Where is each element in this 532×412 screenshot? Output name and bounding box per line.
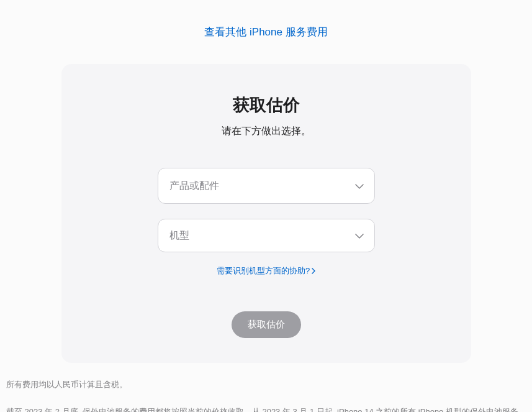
- identify-model-help-link[interactable]: 需要识别机型方面的协助?: [217, 265, 315, 277]
- footer-notes: 所有费用均以人民币计算且含税。 截至 2023 年 2 月底, 保外电池服务的费…: [6, 378, 526, 412]
- model-select[interactable]: 机型: [158, 219, 375, 252]
- help-link-text: 需要识别机型方面的协助?: [217, 265, 310, 277]
- footer-line2: 截至 2023 年 2 月底, 保外电池服务的费用都将按照当前的价格收取。从 2…: [6, 405, 526, 412]
- product-select-wrap: 产品或配件: [158, 168, 375, 204]
- card-title: 获取估价: [86, 94, 446, 116]
- other-services-link[interactable]: 查看其他 iPhone 服务费用: [6, 25, 526, 39]
- estimate-card: 获取估价 请在下方做出选择。 产品或配件 机型 需要识别机型方面的协助? 获取估…: [61, 64, 471, 363]
- card-subtitle: 请在下方做出选择。: [86, 125, 446, 138]
- product-select[interactable]: 产品或配件: [158, 168, 375, 204]
- footer-line2-prefix: 截至 2023 年 2 月底, 保外电池服务的费用都将按照当前的价格收取。从 2…: [6, 407, 518, 412]
- footer-line1: 所有费用均以人民币计算且含税。: [6, 378, 526, 391]
- get-estimate-button[interactable]: 获取估价: [232, 311, 301, 338]
- model-select-wrap: 机型: [158, 219, 375, 252]
- chevron-right-icon: [312, 267, 315, 276]
